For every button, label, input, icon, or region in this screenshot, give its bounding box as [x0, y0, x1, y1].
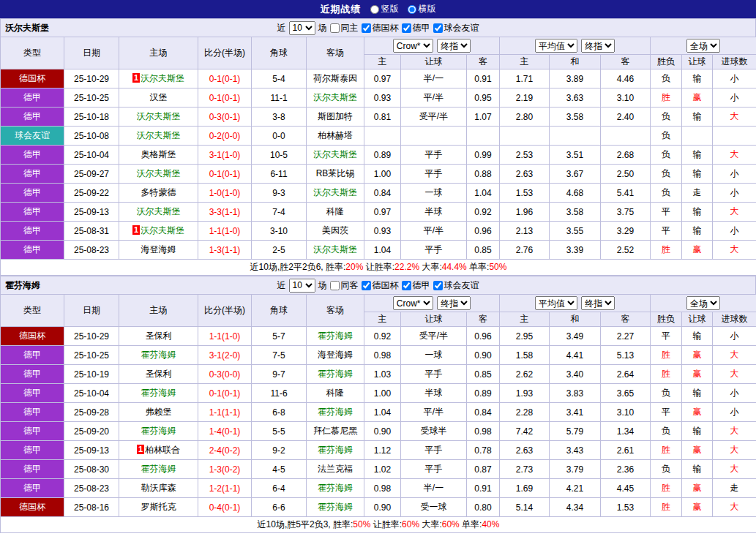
home-team-cell[interactable]: 沃尔夫斯堡 — [119, 165, 198, 184]
bundesliga-filter-checkbox[interactable] — [402, 281, 411, 290]
goals-result-cell: 大 — [713, 441, 756, 460]
away-team-cell[interactable]: 美因茨 — [307, 222, 364, 241]
bookmaker-select[interactable]: Crow* — [393, 39, 433, 53]
home-team-cell[interactable]: 圣保利 — [119, 327, 198, 346]
corner-cell: 2-5 — [252, 241, 307, 260]
home-team-cell[interactable]: 沃尔夫斯堡 — [119, 203, 198, 222]
match-date-cell: 25-09-22 — [64, 184, 119, 203]
league-filter-friendly[interactable]: 球会友谊 — [433, 279, 479, 292]
home-team-cell[interactable]: 沃尔夫斯堡 — [119, 108, 198, 127]
vertical-layout-radio[interactable] — [370, 5, 379, 14]
average-select[interactable]: 平均值 — [535, 39, 577, 53]
match-date-cell: 25-08-30 — [64, 460, 119, 479]
home-team-cell[interactable]: 1柏林联合 — [119, 441, 198, 460]
away-team-cell[interactable]: 霍芬海姆 — [307, 403, 364, 422]
win-loss-cell: 平 — [651, 327, 682, 346]
home-team-cell[interactable]: 多特蒙德 — [119, 184, 198, 203]
avg-draw-odds-cell: 3.41 — [550, 403, 601, 422]
bundesliga-filter-checkbox[interactable] — [402, 23, 411, 33]
score-cell: 3-1(1-0) — [198, 146, 252, 165]
league-filter-bundesliga[interactable]: 德甲 — [401, 22, 430, 34]
same-venue-label: 同主 — [341, 22, 359, 34]
match-type-cell: 德国杯 — [1, 327, 64, 346]
away-team-cell[interactable]: 沃尔夫斯堡 — [307, 241, 364, 260]
asia-handicap-cell: 半球 — [401, 384, 467, 403]
away-team-cell[interactable]: 斯图加特 — [307, 108, 364, 127]
same-venue-checkbox[interactable] — [330, 281, 340, 290]
score-cell: 1-4(0-1) — [198, 422, 252, 441]
red-card-badge: 1 — [132, 225, 140, 235]
asia-final-select[interactable]: 终指 — [437, 39, 471, 53]
away-team-cell[interactable]: 拜仁慕尼黑 — [307, 422, 364, 441]
goals-result-cell: 小 — [713, 165, 756, 184]
full-match-select[interactable]: 全场 — [686, 39, 720, 53]
friendly-filter-checkbox[interactable] — [433, 23, 443, 33]
away-team-cell[interactable]: 霍芬海姆 — [307, 327, 364, 346]
away-team-cell[interactable]: 霍芬海姆 — [307, 441, 364, 460]
away-team-cell[interactable]: 霍芬海姆 — [307, 498, 364, 517]
same-venue-checkbox[interactable] — [330, 23, 340, 33]
home-team-cell[interactable]: 沃尔夫斯堡 — [119, 127, 198, 146]
home-team-cell[interactable]: 罗斯托克 — [119, 498, 198, 517]
home-team-cell[interactable]: 霍芬海姆 — [119, 384, 198, 403]
match-count-select[interactable]: 10 — [289, 21, 315, 35]
home-team-cell[interactable]: 海登海姆 — [119, 241, 198, 260]
avg-draw-odds-cell: 3.67 — [550, 165, 601, 184]
avg-draw-odds-cell: 3.43 — [550, 441, 601, 460]
matches-table: 类型 日期 主场 比分(半场) 角球 客场 Crow* 终指 平均值 终指 全场 — [0, 37, 756, 276]
away-team-cell[interactable]: 霍芬海姆 — [307, 365, 364, 384]
home-team-cell[interactable]: 圣保利 — [119, 365, 198, 384]
league-filter-friendly[interactable]: 球会友谊 — [433, 22, 479, 34]
friendly-filter-checkbox[interactable] — [433, 281, 443, 290]
eu-final-select[interactable]: 终指 — [581, 39, 615, 53]
home-team-cell[interactable]: 汉堡 — [119, 88, 198, 108]
away-team-cell[interactable]: 海登海姆 — [307, 346, 364, 365]
home-team-cell[interactable]: 1沃尔夫斯堡 — [119, 69, 198, 88]
home-team-cell[interactable]: 霍芬海姆 — [119, 422, 198, 441]
layout-option-horizontal[interactable]: 横版 — [408, 3, 436, 15]
away-team-cell[interactable]: 法兰克福 — [307, 460, 364, 479]
layout-option-vertical[interactable]: 竖版 — [370, 3, 399, 15]
average-select[interactable]: 平均值 — [535, 296, 577, 310]
away-team-cell[interactable]: 科隆 — [307, 384, 364, 403]
horizontal-layout-radio[interactable] — [408, 5, 416, 14]
home-team-cell[interactable]: 1沃尔夫斯堡 — [119, 222, 198, 241]
same-venue-filter[interactable]: 同主 — [329, 22, 359, 34]
bookmaker-select[interactable]: Crow* — [393, 296, 433, 310]
home-team-cell[interactable]: 勒沃库森 — [119, 479, 198, 498]
cup-filter-checkbox[interactable] — [362, 281, 371, 290]
avg-home-odds-cell: 7.42 — [500, 422, 550, 441]
away-team-cell[interactable]: 科隆 — [307, 203, 364, 222]
match-count-select[interactable]: 10 — [289, 279, 315, 293]
avg-away-odds-cell: 3.10 — [601, 88, 651, 108]
asia-final-select[interactable]: 终指 — [437, 296, 471, 310]
asia-handicap-cell: 平/半 — [401, 222, 467, 241]
away-team-cell[interactable]: 荷尔斯泰因 — [307, 69, 364, 88]
league-filter-bundesliga[interactable]: 德甲 — [401, 279, 430, 292]
eu-final-select[interactable]: 终指 — [581, 296, 615, 310]
away-team-cell[interactable]: 沃尔夫斯堡 — [307, 146, 364, 165]
win-loss-cell: 胜 — [651, 479, 682, 498]
away-team-cell[interactable]: 沃尔夫斯堡 — [307, 88, 364, 108]
away-team-cell[interactable]: RB莱比锡 — [307, 165, 364, 184]
away-team-cell[interactable]: 霍芬海姆 — [307, 479, 364, 498]
avg-draw-odds-cell: 3.51 — [550, 146, 601, 165]
same-venue-filter[interactable]: 同客 — [329, 279, 359, 292]
asia-away-odds-cell: 0.99 — [467, 146, 500, 165]
league-filter-cup[interactable]: 德国杯 — [361, 22, 399, 34]
away-team-cell[interactable]: 沃尔夫斯堡 — [307, 184, 364, 203]
cup-filter-checkbox[interactable] — [362, 23, 371, 33]
home-team-cell[interactable]: 霍芬海姆 — [119, 346, 198, 365]
avg-away-odds-cell — [601, 127, 651, 146]
handicap-result-cell: 输 — [682, 222, 713, 241]
asia-handicap-cell: 半球 — [401, 203, 467, 222]
handicap-result-cell: 赢 — [682, 403, 713, 422]
win-loss-cell: 胜 — [651, 441, 682, 460]
home-team-cell[interactable]: 霍芬海姆 — [119, 460, 198, 479]
away-team-cell[interactable]: 柏林赫塔 — [307, 127, 364, 146]
league-filter-cup[interactable]: 德国杯 — [361, 279, 399, 292]
home-team-cell[interactable]: 弗赖堡 — [119, 403, 198, 422]
col-header-goals: 进球数 — [713, 312, 756, 327]
full-match-select[interactable]: 全场 — [686, 296, 720, 310]
home-team-cell[interactable]: 奥格斯堡 — [119, 146, 198, 165]
